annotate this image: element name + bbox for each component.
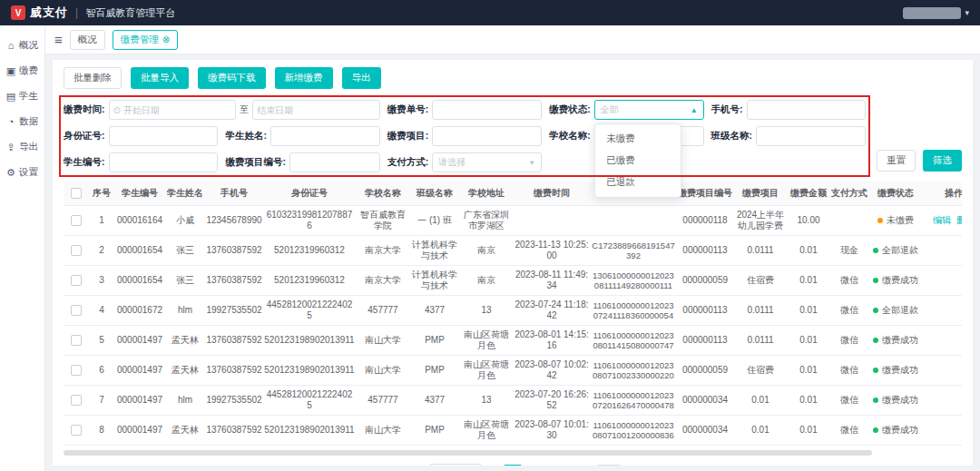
payment-time-start-input[interactable] — [123, 105, 231, 115]
status-dot — [873, 308, 878, 313]
table-cell: 张三 — [165, 265, 205, 295]
status-text: 缴费成功 — [882, 275, 918, 285]
filter-label: 班级名称: — [711, 130, 753, 142]
platform-title: 智百威教育管理平台 — [85, 6, 175, 20]
payment-time-end-input[interactable] — [257, 105, 376, 115]
dropdown-option[interactable]: 未缴费 — [595, 128, 681, 150]
filter-label: 学校名称: — [549, 130, 591, 142]
status-text: 全部退款 — [882, 305, 918, 315]
class-name-input[interactable] — [756, 126, 866, 146]
filter-button[interactable]: 筛选 — [923, 150, 962, 172]
batch-delete-button[interactable]: 批量删除 — [64, 67, 122, 89]
table-row: 6000001497孟天林137603875925201231989020139… — [64, 355, 962, 385]
table-cell: 0.01 — [788, 415, 829, 445]
table-cell: 000000034 — [677, 385, 733, 415]
table-cell: 000001672 — [114, 295, 165, 325]
row-checkbox[interactable] — [71, 275, 82, 286]
id-card-input[interactable] — [109, 126, 219, 146]
table-cell: 2024上半年幼儿园学费 — [733, 205, 788, 235]
reset-button[interactable]: 重置 — [877, 150, 916, 172]
table-cell: 13 — [459, 295, 514, 325]
select-all-checkbox[interactable] — [71, 188, 82, 199]
filter-label: 手机号: — [711, 103, 743, 116]
user-menu[interactable]: ▾ — [903, 7, 969, 19]
table-cell: PMP — [410, 355, 459, 385]
payment-status-select[interactable]: 全部 ▲ — [594, 100, 704, 120]
batch-import-button[interactable]: 批量导入 — [131, 67, 189, 89]
column-header: 身份证号 — [263, 182, 356, 205]
close-icon[interactable]: ⊗ — [162, 35, 170, 44]
payment-icon: ▣ — [5, 65, 16, 77]
payments-table: 序号学生编号学生姓名手机号身份证号学校名称班级名称学校地址缴费时间缴费单号缴费项… — [64, 182, 962, 446]
student-name-input[interactable] — [270, 126, 380, 146]
filter-label: 支付方式: — [387, 156, 429, 169]
sidebar-item-label: 导出 — [19, 141, 38, 153]
action-link[interactable]: 删除 — [956, 215, 962, 225]
table-cell: hlm — [165, 295, 205, 325]
row-checkbox[interactable] — [71, 215, 82, 226]
row-checkbox[interactable] — [71, 335, 82, 346]
table-cell: 缴费成功 — [869, 265, 922, 295]
payment-project-no-input[interactable] — [289, 152, 380, 172]
topbar-divider: | — [75, 6, 78, 19]
table-cell: 0.01 — [788, 355, 829, 385]
table-cell: 8 — [89, 415, 114, 445]
payment-method-select[interactable]: 请选择 ▼ — [432, 152, 542, 172]
table-cell: 13760387592 — [205, 235, 263, 265]
table-cell: 南山大学 — [356, 325, 410, 355]
dropdown-option[interactable]: 已退款 — [595, 172, 681, 193]
table-cell: 南山大学 — [356, 355, 410, 385]
table-cell: 0.0111 — [733, 325, 788, 355]
export-button[interactable]: 导出 — [342, 67, 381, 89]
payment-project-input[interactable] — [432, 126, 542, 146]
sidebar-item-label: 缴费 — [19, 64, 38, 77]
goto-page-input[interactable] — [596, 465, 622, 466]
scrollbar-thumb[interactable] — [64, 450, 872, 456]
table-cell — [829, 205, 869, 235]
page-size-select[interactable]: 15条/页 ▾ — [429, 464, 482, 466]
logo-text: 威支付 — [30, 5, 68, 21]
page-button-2[interactable]: 2 — [529, 465, 547, 466]
table-cell — [64, 182, 89, 205]
table-cell: 孟天林 — [165, 325, 205, 355]
table-cell: 4 — [89, 295, 114, 325]
action-link[interactable]: 编辑 — [933, 215, 951, 225]
payment-code-download-button[interactable]: 缴费码下载 — [198, 67, 266, 89]
filter-label: 学生编号: — [64, 156, 105, 169]
sidebar-item-payment[interactable]: ▣ 缴费 — [0, 58, 44, 83]
row-checkbox[interactable] — [71, 245, 82, 256]
date-range-separator: 至 — [240, 103, 249, 116]
sidebar-item-settings[interactable]: ⚙ 设置 — [0, 160, 44, 185]
table-container: 序号学生编号学生姓名手机号身份证号学校名称班级名称学校地址缴费时间缴费单号缴费项… — [64, 182, 962, 456]
table-cell: 19927535502 — [205, 295, 263, 325]
student-no-input[interactable] — [109, 152, 219, 172]
horizontal-scrollbar[interactable] — [64, 449, 962, 456]
table-cell: 微信 — [829, 265, 869, 295]
table-cell: 1306100000001202308111149280000111 — [590, 265, 677, 295]
table-cell: 000000059 — [677, 355, 733, 385]
sidebar-item-data[interactable]: ◔ 数据 — [0, 109, 44, 134]
row-checkbox[interactable] — [71, 365, 82, 376]
tab-payment-management[interactable]: 缴费管理 ⊗ — [113, 30, 178, 50]
page-button-1[interactable]: 1 — [504, 465, 522, 466]
table-cell: 缴费成功 — [869, 385, 922, 415]
status-dot — [873, 427, 878, 433]
table-cell: 缴费成功 — [869, 325, 922, 355]
dropdown-option[interactable]: 已缴费 — [595, 150, 681, 172]
tab-overview[interactable]: 概况 — [70, 30, 105, 50]
sidebar-item-export[interactable]: ⇪ 导出 — [0, 134, 44, 160]
row-checkbox[interactable] — [71, 395, 82, 406]
hamburger-icon[interactable]: ≡ — [54, 33, 63, 46]
row-checkbox[interactable] — [71, 305, 82, 316]
column-header: 操作 — [922, 182, 962, 205]
chevron-down-icon: ▾ — [965, 8, 969, 17]
table-cell — [64, 385, 89, 415]
sidebar-item-student[interactable]: ▤ 学生 — [0, 83, 44, 109]
filter-grid-wrap: 缴费时间: ⊙ 至 缴费单号: 缴费状态: 全部 ▲ 未缴费已 — [64, 100, 866, 172]
phone-input[interactable] — [747, 100, 866, 120]
filter-field-payment-status: 缴费状态: 全部 ▲ 未缴费已缴费已退款 — [549, 100, 703, 120]
payment-order-no-input[interactable] — [432, 100, 542, 120]
add-payment-button[interactable]: 新增缴费 — [275, 67, 333, 89]
sidebar-item-overview[interactable]: ⌂ 概况 — [0, 33, 44, 58]
row-checkbox[interactable] — [71, 425, 82, 436]
